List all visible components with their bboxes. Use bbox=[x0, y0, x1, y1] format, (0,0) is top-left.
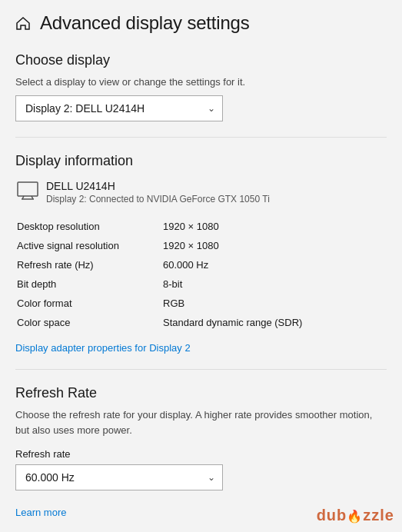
svg-rect-0 bbox=[18, 182, 38, 196]
info-value: 60.000 Hz bbox=[161, 255, 387, 274]
table-row: Active signal resolution1920 × 1080 bbox=[15, 236, 387, 255]
display-dropdown-container: Display 2: DELL U2414H ⌄ bbox=[15, 95, 223, 121]
refresh-rate-title: Refresh Rate bbox=[15, 385, 387, 401]
choose-display-description: Select a display to view or change the s… bbox=[15, 76, 387, 88]
table-row: Color spaceStandard dynamic range (SDR) bbox=[15, 313, 387, 332]
info-label: Bit depth bbox=[15, 274, 161, 294]
page-title: Advanced display settings bbox=[40, 12, 250, 34]
display-info-table: Desktop resolution1920 × 1080Active sign… bbox=[15, 217, 387, 332]
divider-1 bbox=[15, 137, 387, 138]
choose-display-title: Choose display bbox=[15, 52, 387, 68]
info-value: 1920 × 1080 bbox=[161, 217, 387, 236]
refresh-rate-dropdown[interactable]: 60.000 Hz 59.940 Hz 50.000 Hz bbox=[15, 464, 223, 490]
monitor-info: DELL U2414H Display 2: Connected to NVID… bbox=[46, 180, 270, 204]
monitor-name: DELL U2414H bbox=[46, 180, 270, 192]
header: Advanced display settings bbox=[15, 12, 387, 34]
flame-icon: 🔥 bbox=[347, 510, 363, 523]
info-label: Color space bbox=[15, 313, 161, 332]
table-row: Color formatRGB bbox=[15, 294, 387, 313]
watermark-text-2: zzle bbox=[363, 507, 394, 524]
info-value: RGB bbox=[161, 294, 387, 313]
refresh-rate-description: Choose the refresh rate for your display… bbox=[15, 407, 387, 437]
monitor-subtitle: Display 2: Connected to NVIDIA GeForce G… bbox=[46, 194, 270, 204]
learn-more-link[interactable]: Learn more bbox=[15, 507, 66, 518]
info-value: 8-bit bbox=[161, 274, 387, 294]
display-adapter-properties-link[interactable]: Display adapter properties for Display 2 bbox=[15, 342, 191, 354]
display-information-section: Display information DELL U2414H Display … bbox=[15, 153, 387, 354]
table-row: Desktop resolution1920 × 1080 bbox=[15, 217, 387, 236]
table-row: Bit depth8-bit bbox=[15, 274, 387, 294]
choose-display-section: Choose display Select a display to view … bbox=[15, 52, 387, 121]
info-label: Active signal resolution bbox=[15, 236, 161, 255]
home-icon[interactable] bbox=[15, 15, 31, 31]
refresh-rate-label: Refresh rate bbox=[15, 448, 387, 460]
info-label: Color format bbox=[15, 294, 161, 313]
refresh-rate-section: Refresh Rate Choose the refresh rate for… bbox=[15, 385, 387, 490]
refresh-rate-dropdown-container: 60.000 Hz 59.940 Hz 50.000 Hz ⌄ bbox=[15, 464, 223, 490]
page-container: Advanced display settings Choose display… bbox=[0, 0, 402, 532]
monitor-icon bbox=[17, 181, 38, 202]
info-label: Desktop resolution bbox=[15, 217, 161, 236]
display-dropdown[interactable]: Display 2: DELL U2414H bbox=[15, 95, 223, 121]
divider-2 bbox=[15, 369, 387, 370]
monitor-card: DELL U2414H Display 2: Connected to NVID… bbox=[15, 180, 387, 204]
table-row: Refresh rate (Hz)60.000 Hz bbox=[15, 255, 387, 274]
watermark-text: dub bbox=[317, 507, 347, 524]
info-value: Standard dynamic range (SDR) bbox=[161, 313, 387, 332]
info-label: Refresh rate (Hz) bbox=[15, 255, 161, 274]
display-information-title: Display information bbox=[15, 153, 387, 169]
watermark: dub🔥zzle bbox=[317, 507, 394, 524]
info-value: 1920 × 1080 bbox=[161, 236, 387, 255]
